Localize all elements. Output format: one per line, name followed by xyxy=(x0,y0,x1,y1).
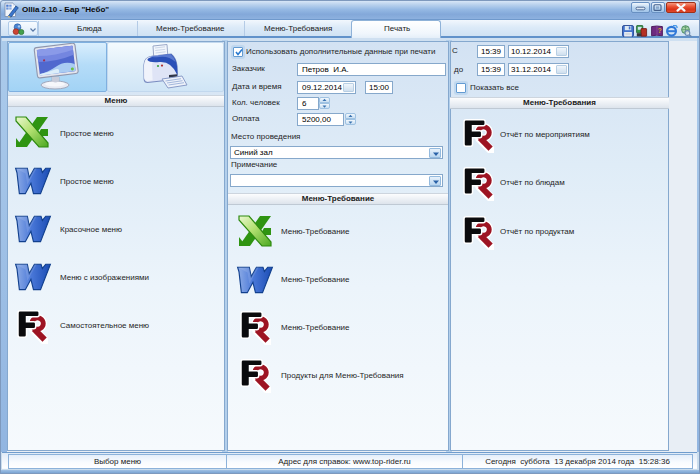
svg-text:?: ? xyxy=(658,27,662,34)
